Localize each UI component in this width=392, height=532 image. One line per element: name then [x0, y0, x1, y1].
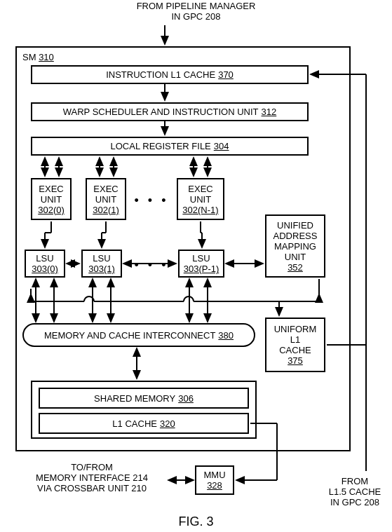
dots: • • • [130, 193, 173, 208]
ref-num: 320 [160, 418, 175, 429]
mmu-block: MMU 328 [195, 465, 234, 495]
memory-cache-interconnect: MEMORY AND CACHE INTERCONNECT 380 [22, 323, 255, 347]
text: LSU [192, 253, 210, 264]
text: CACHE [279, 345, 311, 355]
text: ADDRESS [273, 231, 318, 241]
text: INSTRUCTION L1 CACHE [106, 69, 215, 80]
text: LSU [93, 253, 110, 264]
ref-num: 375 [288, 355, 303, 366]
text: FROM [320, 477, 390, 487]
text: EXEC [39, 184, 63, 194]
ref-num: 302(1) [93, 205, 119, 215]
text: LOCAL REGISTER FILE [111, 141, 211, 151]
text: UNIT [41, 194, 62, 205]
text: UNIT [190, 194, 211, 205]
text: LSU [36, 253, 53, 264]
text: MAPPING [274, 241, 316, 252]
text: IN GPC 208 [320, 498, 390, 508]
ref-num: 352 [288, 262, 303, 273]
label-from-l15-cache: FROM L1.5 CACHE IN GPC 208 [320, 477, 390, 508]
unified-address-mapping-unit: UNIFIED ADDRESS MAPPING UNIT 352 [265, 214, 325, 278]
text: UNIFIED [277, 220, 313, 231]
text: MEMORY AND CACHE INTERCONNECT [44, 330, 215, 341]
lsu-1: LSU 303(1) [81, 250, 122, 278]
text: MEMORY INTERFACE 214 [18, 473, 165, 484]
warp-scheduler: WARP SCHEDULER AND INSTRUCTION UNIT 312 [31, 102, 309, 121]
text: SM [22, 52, 36, 62]
ref-num: 303(1) [88, 264, 115, 274]
exec-unit-n: EXEC UNIT 302(N-1) [177, 178, 224, 220]
ref-num: 380 [218, 330, 234, 341]
dots: • • • [130, 258, 173, 273]
ref-num: 302(0) [38, 205, 65, 215]
text: WARP SCHEDULER AND INSTRUCTION UNIT [63, 107, 259, 117]
shared-memory: SHARED MEMORY 306 [39, 388, 249, 409]
uniform-l1-cache: UNIFORM L1 CACHE 375 [265, 318, 325, 372]
text: EXEC [188, 184, 212, 194]
ref-num: 303(P-1) [184, 264, 219, 274]
text: VIA CROSSBAR UNIT 210 [18, 484, 165, 494]
lsu-0: LSU 303(0) [25, 250, 65, 278]
exec-unit-1: EXEC UNIT 302(1) [86, 178, 126, 220]
text: SHARED MEMORY [94, 393, 175, 404]
label-from-pipeline-manager: FROM PIPELINE MANAGER IN GPC 208 [0, 1, 392, 22]
ref-num: 303(0) [32, 264, 58, 274]
label-to-from-memory-interface: TO/FROM MEMORY INTERFACE 214 VIA CROSSBA… [18, 463, 165, 494]
sm-title: SM 310 [18, 49, 58, 65]
text: UNIT [285, 252, 306, 262]
text: L1 CACHE [112, 418, 157, 429]
ref-num: 312 [262, 107, 277, 117]
text: L1 [290, 334, 300, 345]
ref-num: 304 [214, 141, 229, 151]
exec-unit-0: EXEC UNIT 302(0) [31, 178, 72, 220]
ref-num: 302(N-1) [182, 205, 218, 215]
text: L1.5 CACHE [320, 487, 390, 498]
l1-cache: L1 CACHE 320 [39, 413, 249, 434]
text: UNIFORM [274, 324, 317, 334]
text: TO/FROM [18, 463, 165, 473]
lsu-p: LSU 303(P-1) [178, 250, 224, 278]
ref-num: 328 [207, 480, 222, 491]
ref-num: 310 [39, 52, 54, 62]
text: EXEC [93, 184, 118, 194]
text: FROM PIPELINE MANAGER [0, 1, 392, 12]
instruction-l1-cache: INSTRUCTION L1 CACHE 370 [31, 65, 309, 84]
text: UNIT [95, 194, 116, 205]
figure-number: FIG. 3 [0, 514, 392, 529]
ref-num: 306 [178, 393, 194, 404]
text: MMU [203, 470, 225, 480]
local-register-file: LOCAL REGISTER FILE 304 [31, 137, 309, 156]
text: IN GPC 208 [0, 12, 392, 22]
ref-num: 370 [218, 69, 234, 80]
